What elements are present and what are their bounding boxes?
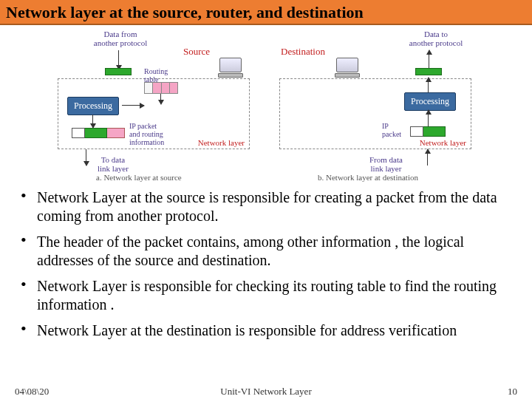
source-caption: a. Network layer at source	[96, 173, 182, 182]
arrow-down-icon	[118, 50, 119, 69]
footer-middle: Unit-VI Network Layer	[220, 386, 311, 398]
routing-table-label: Routingtable	[144, 67, 168, 83]
arrow-up-icon	[428, 78, 429, 92]
network-layer-box: Routingtable Processing IP packetand rou…	[58, 78, 250, 149]
dest-host-label: Destination	[281, 46, 325, 58]
bullet-item: The header of the packet contains, among…	[18, 233, 514, 270]
processing-box: Processing	[67, 97, 119, 115]
data-block-icon	[105, 68, 132, 75]
bullet-item: Network Layer at the source is responsib…	[18, 188, 514, 225]
ip-info-label: IP packetand routinginformation	[129, 122, 164, 146]
processing-box: Processing	[404, 92, 456, 111]
ip-packet-icon	[410, 126, 446, 137]
arrow-right-icon	[122, 105, 144, 106]
ip-packet-icon	[72, 128, 125, 138]
source-top-label: Data fromanother protocol	[87, 30, 154, 47]
dest-caption: b. Network layer at destination	[318, 173, 418, 182]
source-host-label: Source	[183, 46, 210, 58]
routing-table-icon	[144, 82, 178, 94]
source-panel: Data fromanother protocol Source Routing…	[52, 30, 259, 181]
data-block-icon	[415, 68, 442, 75]
arrow-down-icon	[86, 149, 86, 166]
arrow-down-icon	[160, 94, 161, 104]
bullet-item: Network Layer is responsible for checkin…	[18, 277, 514, 314]
bullet-item: Network Layer at the destination is resp…	[18, 321, 514, 340]
arrow-up-icon	[429, 50, 429, 69]
dest-top-label: Data toanother protocol	[403, 30, 469, 47]
layer-label: Network layer	[420, 138, 466, 147]
arrow-up-icon	[428, 110, 429, 126]
bullet-list: Network Layer at the source is responsib…	[0, 184, 532, 340]
arrow-up-icon	[427, 149, 428, 166]
ip-label: IPpacket	[382, 122, 401, 138]
diagram-area: Data fromanother protocol Source Routing…	[0, 25, 532, 184]
arrow-down-icon	[92, 115, 93, 128]
footer-date: 04\08\20	[15, 386, 49, 398]
network-layer-box: Processing IPpacket Network layer	[279, 78, 471, 149]
footer-page: 10	[508, 386, 517, 398]
layer-label: Network layer	[198, 138, 245, 147]
slide-title: Network layer at the source, router, and…	[0, 0, 532, 25]
destination-panel: Destination Data toanother protocol Proc…	[273, 30, 480, 181]
source-bottom-label: To datalink layer	[98, 155, 129, 173]
dest-bottom-label: From datalink layer	[369, 155, 403, 173]
